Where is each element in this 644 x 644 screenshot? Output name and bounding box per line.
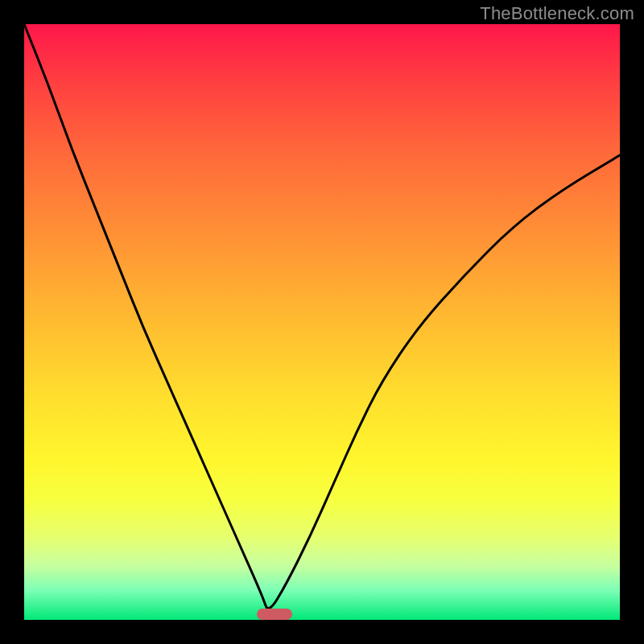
optimal-range-marker: [257, 609, 292, 620]
plot-area: [24, 24, 620, 620]
chart-frame: TheBottleneck.com: [0, 0, 644, 644]
bottleneck-curve: [24, 24, 620, 620]
watermark-text: TheBottleneck.com: [480, 3, 634, 24]
